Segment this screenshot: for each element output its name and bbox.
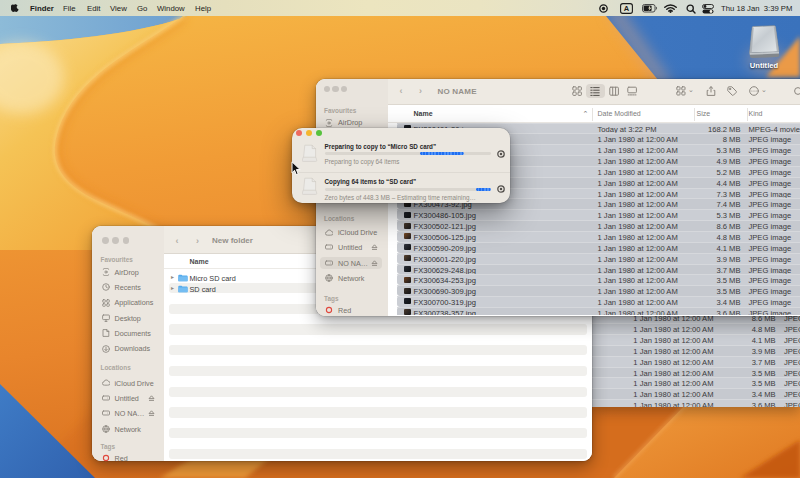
svg-text:A: A <box>624 4 630 13</box>
